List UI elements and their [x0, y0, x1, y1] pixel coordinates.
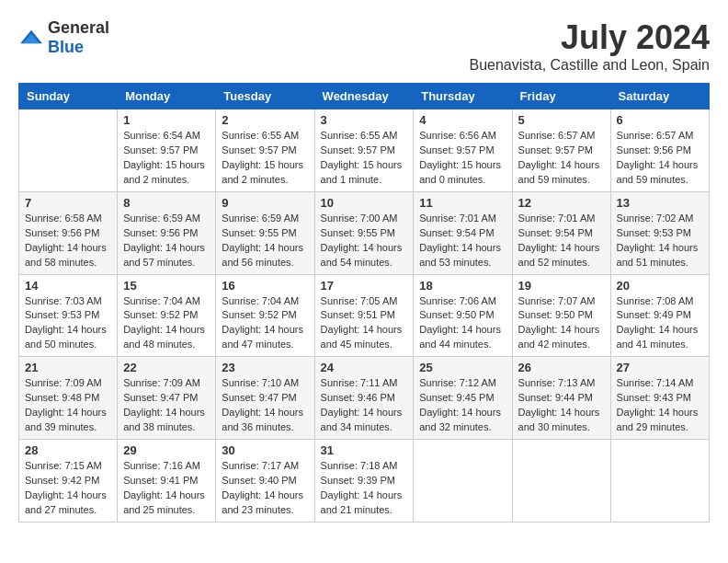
calendar-week-row: 7Sunrise: 6:58 AM Sunset: 9:56 PM Daylig…	[19, 191, 710, 274]
day-number: 26	[518, 361, 605, 374]
day-number: 17	[321, 279, 408, 293]
calendar-cell: 11Sunrise: 7:01 AM Sunset: 9:54 PM Dayli…	[414, 191, 512, 274]
weekday-header-tuesday: Tuesday	[216, 84, 314, 109]
day-info: Sunrise: 6:56 AM Sunset: 9:57 PM Dayligh…	[419, 129, 506, 188]
day-info: Sunrise: 6:59 AM Sunset: 9:55 PM Dayligh…	[222, 212, 308, 270]
day-number: 2	[222, 113, 308, 127]
day-number: 22	[123, 361, 210, 374]
day-number: 6	[617, 113, 703, 127]
day-info: Sunrise: 7:16 AM Sunset: 9:41 PM Dayligh…	[123, 459, 210, 518]
weekday-header-sunday: Sunday	[19, 84, 118, 109]
day-number: 20	[617, 279, 703, 293]
day-info: Sunrise: 7:06 AM Sunset: 9:50 PM Dayligh…	[419, 294, 506, 353]
logo-icon	[18, 29, 44, 47]
day-number: 7	[25, 196, 111, 210]
day-info: Sunrise: 7:00 AM Sunset: 9:55 PM Dayligh…	[321, 212, 408, 270]
calendar-cell: 15Sunrise: 7:04 AM Sunset: 9:52 PM Dayli…	[118, 274, 216, 357]
calendar-cell: 25Sunrise: 7:12 AM Sunset: 9:45 PM Dayli…	[414, 357, 512, 440]
day-number: 18	[419, 279, 506, 293]
calendar-cell: 29Sunrise: 7:16 AM Sunset: 9:41 PM Dayli…	[118, 440, 216, 523]
day-info: Sunrise: 7:11 AM Sunset: 9:46 PM Dayligh…	[321, 376, 408, 435]
calendar-cell: 2Sunrise: 6:55 AM Sunset: 9:57 PM Daylig…	[216, 109, 314, 192]
weekday-header-monday: Monday	[118, 84, 216, 109]
calendar-cell: 24Sunrise: 7:11 AM Sunset: 9:46 PM Dayli…	[314, 357, 414, 440]
calendar-cell: 16Sunrise: 7:04 AM Sunset: 9:52 PM Dayli…	[216, 274, 314, 357]
day-number: 13	[617, 196, 703, 210]
day-info: Sunrise: 7:05 AM Sunset: 9:51 PM Dayligh…	[321, 294, 408, 353]
calendar-cell	[610, 440, 709, 523]
calendar-cell: 17Sunrise: 7:05 AM Sunset: 9:51 PM Dayli…	[314, 274, 414, 357]
day-info: Sunrise: 7:01 AM Sunset: 9:54 PM Dayligh…	[518, 212, 605, 270]
calendar-cell: 13Sunrise: 7:02 AM Sunset: 9:53 PM Dayli…	[610, 191, 709, 274]
day-info: Sunrise: 7:14 AM Sunset: 9:43 PM Dayligh…	[617, 376, 703, 435]
calendar-cell: 20Sunrise: 7:08 AM Sunset: 9:49 PM Dayli…	[610, 274, 709, 357]
day-number: 15	[123, 279, 210, 293]
calendar-cell: 1Sunrise: 6:54 AM Sunset: 9:57 PM Daylig…	[118, 109, 216, 192]
logo: General Blue	[18, 18, 109, 57]
day-info: Sunrise: 6:57 AM Sunset: 9:56 PM Dayligh…	[617, 129, 703, 188]
day-info: Sunrise: 6:59 AM Sunset: 9:56 PM Dayligh…	[123, 212, 210, 270]
calendar-table: SundayMondayTuesdayWednesdayThursdayFrid…	[18, 83, 710, 523]
day-info: Sunrise: 7:17 AM Sunset: 9:40 PM Dayligh…	[222, 459, 308, 518]
calendar-cell: 14Sunrise: 7:03 AM Sunset: 9:53 PM Dayli…	[19, 274, 118, 357]
day-number: 12	[518, 196, 605, 210]
day-number: 1	[123, 113, 210, 127]
day-info: Sunrise: 6:58 AM Sunset: 9:56 PM Dayligh…	[25, 212, 111, 270]
day-number: 16	[222, 279, 308, 293]
day-info: Sunrise: 6:55 AM Sunset: 9:57 PM Dayligh…	[222, 129, 308, 188]
calendar-cell: 23Sunrise: 7:10 AM Sunset: 9:47 PM Dayli…	[216, 357, 314, 440]
day-number: 9	[222, 196, 308, 210]
day-info: Sunrise: 7:13 AM Sunset: 9:44 PM Dayligh…	[518, 376, 605, 435]
day-info: Sunrise: 7:10 AM Sunset: 9:47 PM Dayligh…	[222, 376, 308, 435]
day-number: 30	[222, 443, 308, 457]
logo-blue-text: Blue	[48, 38, 84, 56]
calendar-week-row: 14Sunrise: 7:03 AM Sunset: 9:53 PM Dayli…	[19, 274, 710, 357]
calendar-cell: 19Sunrise: 7:07 AM Sunset: 9:50 PM Dayli…	[512, 274, 610, 357]
day-info: Sunrise: 6:55 AM Sunset: 9:57 PM Dayligh…	[321, 129, 408, 188]
day-number: 29	[123, 443, 210, 457]
calendar-cell: 26Sunrise: 7:13 AM Sunset: 9:44 PM Dayli…	[512, 357, 610, 440]
day-number: 31	[321, 443, 408, 457]
day-info: Sunrise: 6:57 AM Sunset: 9:57 PM Dayligh…	[518, 129, 605, 188]
day-number: 24	[321, 361, 408, 374]
day-info: Sunrise: 7:12 AM Sunset: 9:45 PM Dayligh…	[419, 376, 506, 435]
day-info: Sunrise: 7:04 AM Sunset: 9:52 PM Dayligh…	[123, 294, 210, 353]
calendar-cell	[414, 440, 512, 523]
calendar-cell: 3Sunrise: 6:55 AM Sunset: 9:57 PM Daylig…	[314, 109, 414, 192]
day-number: 4	[419, 113, 506, 127]
calendar-week-row: 1Sunrise: 6:54 AM Sunset: 9:57 PM Daylig…	[19, 109, 710, 192]
day-number: 28	[25, 443, 111, 457]
day-info: Sunrise: 7:08 AM Sunset: 9:49 PM Dayligh…	[617, 294, 703, 353]
calendar-cell: 28Sunrise: 7:15 AM Sunset: 9:42 PM Dayli…	[19, 440, 118, 523]
day-number: 19	[518, 279, 605, 293]
calendar-cell: 12Sunrise: 7:01 AM Sunset: 9:54 PM Dayli…	[512, 191, 610, 274]
calendar-week-row: 21Sunrise: 7:09 AM Sunset: 9:48 PM Dayli…	[19, 357, 710, 440]
weekday-header-thursday: Thursday	[414, 84, 512, 109]
day-info: Sunrise: 7:18 AM Sunset: 9:39 PM Dayligh…	[321, 459, 408, 518]
day-info: Sunrise: 7:09 AM Sunset: 9:47 PM Dayligh…	[123, 376, 210, 435]
calendar-cell: 10Sunrise: 7:00 AM Sunset: 9:55 PM Dayli…	[314, 191, 414, 274]
day-number: 23	[222, 361, 308, 374]
day-number: 14	[25, 279, 111, 293]
day-number: 3	[321, 113, 408, 127]
day-number: 11	[419, 196, 506, 210]
weekday-header-wednesday: Wednesday	[314, 84, 414, 109]
calendar-week-row: 28Sunrise: 7:15 AM Sunset: 9:42 PM Dayli…	[19, 440, 710, 523]
day-number: 25	[419, 361, 506, 374]
day-info: Sunrise: 7:15 AM Sunset: 9:42 PM Dayligh…	[25, 459, 111, 518]
calendar-cell: 18Sunrise: 7:06 AM Sunset: 9:50 PM Dayli…	[414, 274, 512, 357]
day-number: 5	[518, 113, 605, 127]
day-info: Sunrise: 7:02 AM Sunset: 9:53 PM Dayligh…	[617, 212, 703, 270]
day-info: Sunrise: 7:01 AM Sunset: 9:54 PM Dayligh…	[419, 212, 506, 270]
calendar-cell: 9Sunrise: 6:59 AM Sunset: 9:55 PM Daylig…	[216, 191, 314, 274]
month-year-title: July 2024	[469, 18, 710, 57]
weekday-header-saturday: Saturday	[610, 84, 709, 109]
weekday-header-friday: Friday	[512, 84, 610, 109]
day-info: Sunrise: 7:07 AM Sunset: 9:50 PM Dayligh…	[518, 294, 605, 353]
day-number: 8	[123, 196, 210, 210]
weekday-header-row: SundayMondayTuesdayWednesdayThursdayFrid…	[19, 84, 710, 109]
day-number: 10	[321, 196, 408, 210]
calendar-cell: 7Sunrise: 6:58 AM Sunset: 9:56 PM Daylig…	[19, 191, 118, 274]
day-number: 21	[25, 361, 111, 374]
day-info: Sunrise: 7:09 AM Sunset: 9:48 PM Dayligh…	[25, 376, 111, 435]
